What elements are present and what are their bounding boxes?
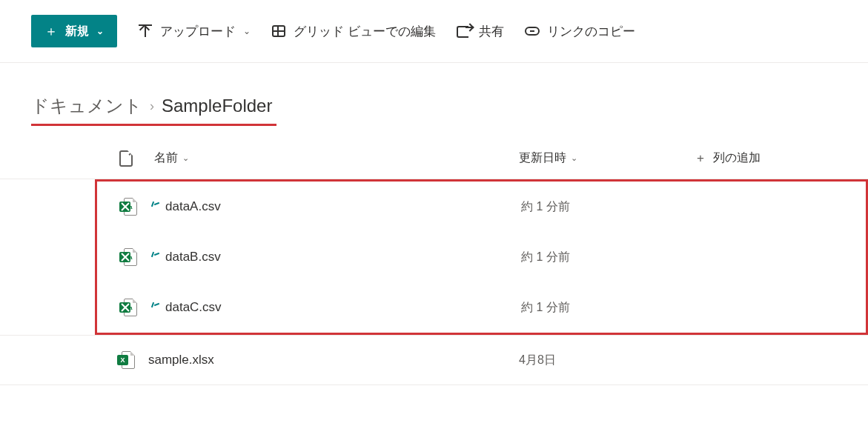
new-button[interactable]: ＋ 新規 ⌄: [31, 15, 117, 47]
breadcrumb-root[interactable]: ドキュメント: [31, 94, 142, 118]
document-icon: [119, 150, 133, 167]
csv-file-icon: a: [119, 198, 137, 216]
chevron-down-icon: ⌄: [182, 153, 189, 163]
upload-button[interactable]: アップロード ⌄: [138, 23, 251, 40]
breadcrumb-container: ドキュメント › SampleFolder: [0, 63, 868, 138]
xlsx-file-icon: [117, 351, 135, 369]
command-bar: ＋ 新規 ⌄ アップロード ⌄ グリッド ビューでの編集 共有 リンクのコピー: [0, 0, 868, 63]
chevron-down-icon: ⌄: [571, 153, 577, 163]
file-row[interactable]: a dataC.csv 約 1 分前: [97, 282, 866, 333]
modified-column-label: 更新日時: [519, 150, 566, 166]
new-item-icon: [150, 202, 161, 212]
csv-file-icon: a: [119, 248, 137, 266]
link-icon: [525, 24, 540, 39]
chevron-down-icon: ⌄: [243, 26, 251, 36]
file-list: 名前 ⌄ 更新日時 ⌄ + 列の追加 a dataA.csv 約 1 分前 a: [0, 138, 868, 385]
share-label: 共有: [479, 23, 504, 40]
add-column-button[interactable]: + 列の追加: [697, 150, 868, 166]
gridview-label: グリッド ビューでの編集: [294, 23, 436, 40]
new-item-icon: [150, 252, 161, 262]
name-column-label: 名前: [154, 150, 178, 166]
file-name[interactable]: dataC.csv: [165, 300, 222, 315]
upload-icon: [138, 24, 153, 39]
column-header-row: 名前 ⌄ 更新日時 ⌄ + 列の追加: [0, 138, 868, 179]
upload-label: アップロード: [160, 23, 236, 40]
file-name[interactable]: dataA.csv: [165, 199, 221, 214]
plus-icon: ＋: [44, 22, 58, 40]
file-name[interactable]: sample.xlsx: [148, 353, 214, 367]
file-modified: 4月8日: [519, 353, 697, 368]
chevron-right-icon: ›: [150, 99, 154, 114]
name-column-header[interactable]: 名前 ⌄: [148, 150, 519, 166]
file-row[interactable]: sample.xlsx 4月8日: [0, 335, 868, 385]
share-button[interactable]: 共有: [457, 23, 504, 40]
plus-icon: +: [697, 151, 704, 166]
file-modified: 約 1 分前: [521, 250, 699, 265]
filetype-column-icon[interactable]: [104, 150, 148, 167]
file-modified: 約 1 分前: [521, 199, 699, 215]
share-icon: [457, 24, 471, 39]
file-modified: 約 1 分前: [521, 300, 699, 316]
breadcrumb-current: SampleFolder: [162, 96, 272, 116]
copylink-button[interactable]: リンクのコピー: [525, 23, 635, 40]
gridview-button[interactable]: グリッド ビューでの編集: [271, 23, 436, 40]
file-row[interactable]: a dataA.csv 約 1 分前: [97, 182, 866, 232]
add-column-label: 列の追加: [713, 150, 761, 166]
breadcrumb: ドキュメント › SampleFolder: [31, 94, 276, 126]
new-label: 新規: [65, 24, 89, 39]
grid-icon: [271, 24, 286, 39]
csv-file-icon: a: [119, 299, 137, 316]
annotation-highlight: a dataA.csv 約 1 分前 a dataB.csv 約 1 分前 a …: [95, 179, 868, 335]
modified-column-header[interactable]: 更新日時 ⌄: [519, 150, 697, 166]
file-row[interactable]: a dataB.csv 約 1 分前: [97, 232, 866, 282]
chevron-down-icon: ⌄: [96, 26, 104, 36]
new-item-icon: [150, 302, 161, 313]
file-name[interactable]: dataB.csv: [165, 250, 221, 264]
copylink-label: リンクのコピー: [547, 23, 635, 40]
